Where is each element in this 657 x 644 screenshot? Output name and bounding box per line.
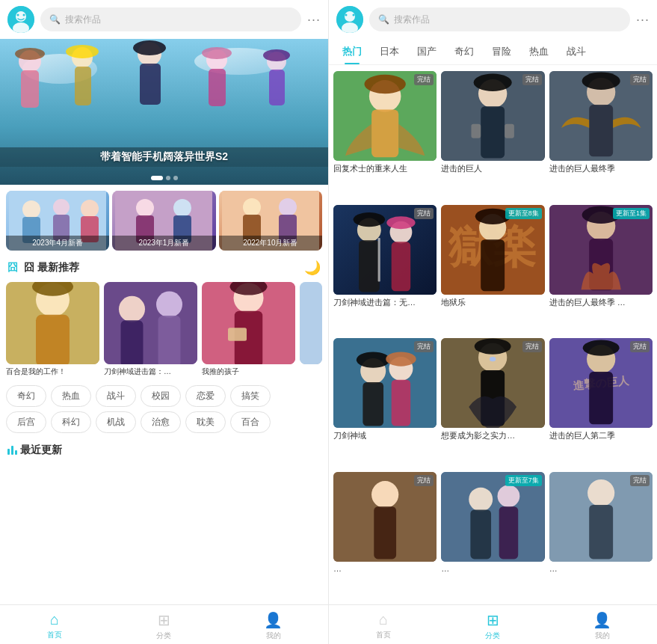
season-card-2[interactable]: 2023年1月新番 bbox=[112, 191, 215, 251]
left-header: 🔍 搜索作品 ··· bbox=[0, 0, 328, 39]
tab-adventure[interactable]: 冒险 bbox=[484, 39, 519, 64]
svg-rect-117 bbox=[499, 506, 519, 559]
left-nav-home[interactable]: ⌂ 首页 bbox=[0, 611, 109, 641]
anime-name-6: 进击的巨人最终季 … bbox=[549, 297, 653, 308]
svg-rect-55 bbox=[300, 282, 322, 364]
banner-dot-3[interactable] bbox=[173, 176, 178, 180]
season-card-3[interactable]: 2022年10月新番 bbox=[219, 191, 322, 251]
tag-baihe[interactable]: 百合 bbox=[230, 411, 271, 433]
anime-thumb-2: 完结 bbox=[441, 71, 544, 161]
anime-card-5[interactable]: 獄楽 更新至8集 地狱乐 bbox=[441, 205, 544, 334]
anime-card-12[interactable]: 完结 … bbox=[549, 472, 653, 599]
svg-rect-45 bbox=[104, 282, 197, 364]
svg-rect-18 bbox=[209, 69, 226, 106]
anime-card-7[interactable]: 完结 刀剑神域 bbox=[333, 338, 437, 467]
anime-thumb-6: 更新至1集 bbox=[549, 205, 653, 295]
svg-rect-21 bbox=[269, 70, 285, 105]
svg-point-22 bbox=[263, 49, 290, 61]
tag-qihuan[interactable]: 奇幻 bbox=[6, 385, 46, 407]
tag-rexue[interactable]: 热血 bbox=[51, 385, 91, 407]
left-nav-mine[interactable]: 👤 我的 bbox=[219, 611, 328, 641]
anime-card-9[interactable]: 進撃の巨人 完结 进击的巨人第二季 bbox=[549, 338, 653, 467]
svg-point-59 bbox=[345, 14, 348, 16]
tag-zhiyu[interactable]: 治愈 bbox=[141, 411, 181, 433]
tag-gaoxiao[interactable]: 搞笑 bbox=[230, 385, 271, 407]
svg-point-16 bbox=[133, 40, 166, 55]
right-home-icon: ⌂ bbox=[379, 611, 388, 628]
tag-jizhan[interactable]: 机战 bbox=[96, 411, 136, 433]
tab-fight[interactable]: 战斗 bbox=[559, 39, 593, 64]
tab-japan[interactable]: 日本 bbox=[372, 39, 407, 64]
status-badge-4: 完结 bbox=[414, 208, 434, 219]
svg-point-116 bbox=[498, 485, 520, 507]
left-avatar[interactable] bbox=[7, 6, 34, 33]
tag-hougong[interactable]: 后宫 bbox=[6, 411, 46, 433]
right-nav-home[interactable]: ⌂ 首页 bbox=[329, 611, 438, 641]
tag-danmei[interactable]: 耽美 bbox=[185, 411, 226, 433]
svg-point-29 bbox=[81, 200, 99, 218]
status-badge-8: 完结 bbox=[522, 341, 542, 352]
rec-card-3[interactable]: 我推的孩子 bbox=[202, 282, 295, 376]
left-banner[interactable]: 带着智能手机阔落异世界S2 bbox=[0, 39, 328, 185]
status-badge-5: 更新至8集 bbox=[505, 208, 542, 219]
rec-card-1[interactable]: 百合是我的工作！ bbox=[6, 282, 99, 376]
anime-card-2[interactable]: 完结 进击的巨人 bbox=[441, 71, 544, 200]
svg-rect-9 bbox=[21, 70, 39, 108]
anime-thumb-3: 完结 bbox=[549, 71, 653, 161]
anime-card-1[interactable]: 完结 回复术士的重来人生 bbox=[333, 71, 437, 200]
svg-point-27 bbox=[53, 199, 70, 215]
tag-zhandou[interactable]: 战斗 bbox=[96, 385, 136, 407]
season-card-1[interactable]: 2023年4月新番 bbox=[6, 191, 109, 251]
right-category-icon: ⊞ bbox=[487, 611, 499, 629]
left-nav-category[interactable]: ⊞ 分类 bbox=[109, 611, 218, 641]
tag-lianai[interactable]: 恋爱 bbox=[185, 385, 226, 407]
tab-action[interactable]: 热血 bbox=[522, 39, 556, 64]
svg-point-10 bbox=[15, 48, 45, 60]
right-nav-category[interactable]: ⊞ 分类 bbox=[438, 611, 547, 641]
banner-dot-2[interactable] bbox=[166, 176, 170, 180]
left-search-bar[interactable]: 🔍 搜索作品 bbox=[40, 7, 301, 31]
tab-hot[interactable]: 热门 bbox=[335, 39, 369, 64]
tag-xiaoyuan[interactable]: 校园 bbox=[141, 385, 181, 407]
right-nav-mine[interactable]: 👤 我的 bbox=[548, 611, 657, 641]
svg-rect-71 bbox=[505, 124, 514, 138]
svg-point-75 bbox=[582, 72, 620, 89]
anime-thumb-8: 完结 bbox=[441, 338, 544, 428]
tag-kehuan[interactable]: 科幻 bbox=[51, 411, 91, 433]
right-panel: 🔍 搜索作品 ··· 热门 日本 国产 奇幻 冒险 热血 战斗 bbox=[329, 0, 657, 644]
rec-moon-icon[interactable]: 🌙 bbox=[304, 260, 321, 276]
anime-card-11[interactable]: 更新至7集 … bbox=[441, 472, 544, 599]
left-search-placeholder: 搜索作品 bbox=[65, 13, 101, 26]
rec-img-1 bbox=[6, 282, 99, 364]
svg-rect-68 bbox=[481, 106, 505, 158]
right-search-bar[interactable]: 🔍 搜索作品 bbox=[369, 7, 630, 31]
left-nav-home-label: 首页 bbox=[47, 630, 62, 640]
status-badge-3: 完结 bbox=[630, 74, 650, 85]
anime-card-4[interactable]: 完结 刀剑神域进击篇：无… bbox=[333, 205, 437, 334]
anime-card-10[interactable]: 完结 … bbox=[333, 472, 437, 599]
rec-thumb-4 bbox=[300, 282, 322, 364]
season-label-2: 2023年1月新番 bbox=[112, 236, 215, 251]
right-avatar[interactable] bbox=[336, 6, 363, 33]
left-panel: 🔍 搜索作品 ··· bbox=[0, 0, 329, 644]
rec-icon: 囧 bbox=[7, 261, 18, 275]
tab-fantasy[interactable]: 奇幻 bbox=[447, 39, 481, 64]
anime-card-8[interactable]: 完结 想要成为影之实力… bbox=[441, 338, 544, 467]
banner-dot-1[interactable] bbox=[151, 176, 163, 180]
rec-title-3: 我推的孩子 bbox=[202, 367, 295, 376]
anime-card-6[interactable]: 更新至1集 进击的巨人最终季 … bbox=[549, 205, 653, 334]
right-more-button[interactable]: ··· bbox=[636, 12, 650, 28]
tab-domestic[interactable]: 国产 bbox=[410, 39, 444, 64]
anime-card-3[interactable]: 完结 进击的巨人最终季 bbox=[549, 71, 653, 200]
tags-row-1: 奇幻 热血 战斗 校园 恋爱 搞笑 bbox=[6, 385, 322, 407]
rec-card-4[interactable] bbox=[300, 282, 322, 376]
svg-point-111 bbox=[371, 481, 398, 508]
left-more-button[interactable]: ··· bbox=[307, 12, 321, 28]
svg-point-32 bbox=[136, 199, 154, 217]
svg-point-3 bbox=[17, 14, 19, 16]
svg-rect-70 bbox=[472, 124, 481, 138]
svg-point-13 bbox=[66, 45, 99, 58]
svg-rect-43 bbox=[36, 315, 70, 364]
anime-name-8: 想要成为影之实力… bbox=[441, 430, 544, 441]
rec-card-2[interactable]: 刀剑神域进击篇：… bbox=[104, 282, 197, 376]
